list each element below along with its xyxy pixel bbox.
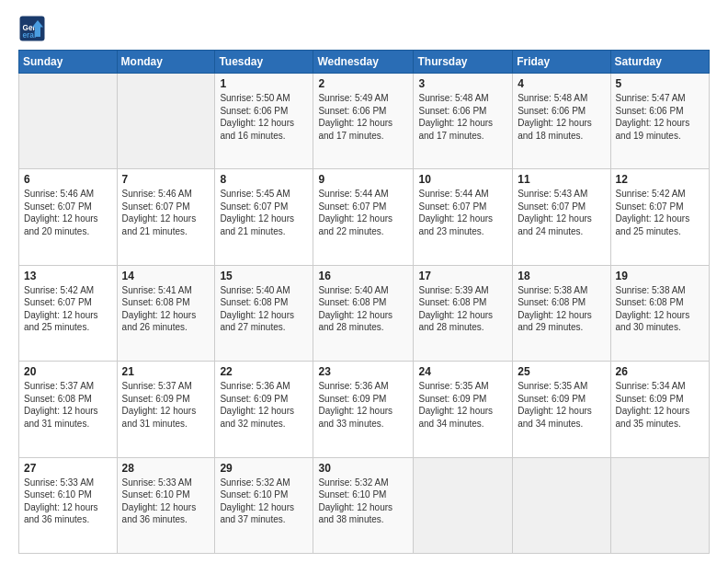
svg-text:eral: eral xyxy=(23,31,37,40)
calendar-cell: 17Sunrise: 5:39 AM Sunset: 6:08 PM Dayli… xyxy=(414,265,513,361)
day-info: Sunrise: 5:40 AM Sunset: 6:08 PM Dayligh… xyxy=(318,284,408,334)
calendar-cell: 1Sunrise: 5:50 AM Sunset: 6:06 PM Daylig… xyxy=(215,74,313,169)
calendar-cell: 2Sunrise: 5:49 AM Sunset: 6:06 PM Daylig… xyxy=(313,74,414,169)
calendar-cell: 20Sunrise: 5:37 AM Sunset: 6:08 PM Dayli… xyxy=(19,362,118,457)
day-info: Sunrise: 5:49 AM Sunset: 6:06 PM Dayligh… xyxy=(318,92,408,142)
calendar-cell: 24Sunrise: 5:35 AM Sunset: 6:09 PM Dayli… xyxy=(414,362,513,457)
calendar-cell: 14Sunrise: 5:41 AM Sunset: 6:08 PM Dayli… xyxy=(117,265,215,361)
day-info: Sunrise: 5:35 AM Sunset: 6:09 PM Dayligh… xyxy=(418,380,507,430)
day-info: Sunrise: 5:44 AM Sunset: 6:07 PM Dayligh… xyxy=(318,188,408,237)
calendar-cell: 3Sunrise: 5:48 AM Sunset: 6:06 PM Daylig… xyxy=(414,74,513,169)
day-number: 13 xyxy=(24,270,112,282)
day-number: 28 xyxy=(122,462,210,475)
day-number: 19 xyxy=(616,270,704,282)
day-number: 6 xyxy=(24,173,112,186)
day-info: Sunrise: 5:50 AM Sunset: 6:06 PM Dayligh… xyxy=(220,92,308,142)
calendar-cell: 8Sunrise: 5:45 AM Sunset: 6:07 PM Daylig… xyxy=(215,169,313,265)
calendar-cell: 7Sunrise: 5:46 AM Sunset: 6:07 PM Daylig… xyxy=(117,169,215,265)
calendar-cell: 5Sunrise: 5:47 AM Sunset: 6:06 PM Daylig… xyxy=(610,74,709,169)
day-info: Sunrise: 5:39 AM Sunset: 6:08 PM Dayligh… xyxy=(418,284,507,334)
day-info: Sunrise: 5:48 AM Sunset: 6:06 PM Dayligh… xyxy=(418,92,507,142)
calendar-cell xyxy=(19,74,118,169)
day-info: Sunrise: 5:40 AM Sunset: 6:08 PM Dayligh… xyxy=(220,284,308,334)
day-info: Sunrise: 5:47 AM Sunset: 6:06 PM Dayligh… xyxy=(616,92,704,142)
day-info: Sunrise: 5:46 AM Sunset: 6:07 PM Dayligh… xyxy=(24,188,112,237)
day-number: 29 xyxy=(220,462,308,475)
day-number: 30 xyxy=(318,462,408,475)
day-info: Sunrise: 5:36 AM Sunset: 6:09 PM Dayligh… xyxy=(318,380,408,430)
day-number: 1 xyxy=(220,77,308,90)
day-number: 27 xyxy=(24,462,112,475)
weekday-header-saturday: Saturday xyxy=(610,51,709,74)
calendar-cell: 30Sunrise: 5:32 AM Sunset: 6:10 PM Dayli… xyxy=(313,457,414,553)
weekday-header-wednesday: Wednesday xyxy=(313,51,414,74)
calendar-table: SundayMondayTuesdayWednesdayThursdayFrid… xyxy=(18,50,710,554)
header: Gen eral xyxy=(18,15,710,42)
day-info: Sunrise: 5:33 AM Sunset: 6:10 PM Dayligh… xyxy=(24,477,112,526)
weekday-header-thursday: Thursday xyxy=(414,51,513,74)
calendar-cell: 16Sunrise: 5:40 AM Sunset: 6:08 PM Dayli… xyxy=(313,265,414,361)
day-number: 22 xyxy=(220,365,308,378)
day-number: 4 xyxy=(518,77,605,90)
day-number: 8 xyxy=(220,173,308,186)
day-number: 25 xyxy=(518,365,605,378)
day-info: Sunrise: 5:46 AM Sunset: 6:07 PM Dayligh… xyxy=(122,188,210,237)
day-number: 2 xyxy=(318,77,408,90)
calendar-cell: 25Sunrise: 5:35 AM Sunset: 6:09 PM Dayli… xyxy=(513,362,610,457)
day-number: 9 xyxy=(318,173,408,186)
calendar-week-1: 1Sunrise: 5:50 AM Sunset: 6:06 PM Daylig… xyxy=(19,74,710,169)
calendar-cell xyxy=(414,457,513,553)
calendar-header-row: SundayMondayTuesdayWednesdayThursdayFrid… xyxy=(19,51,710,74)
day-info: Sunrise: 5:45 AM Sunset: 6:07 PM Dayligh… xyxy=(220,188,308,237)
calendar-cell: 28Sunrise: 5:33 AM Sunset: 6:10 PM Dayli… xyxy=(117,457,215,553)
day-info: Sunrise: 5:42 AM Sunset: 6:07 PM Dayligh… xyxy=(616,188,704,237)
day-number: 23 xyxy=(318,365,408,378)
day-info: Sunrise: 5:36 AM Sunset: 6:09 PM Dayligh… xyxy=(220,380,308,430)
day-number: 11 xyxy=(518,173,605,186)
day-info: Sunrise: 5:33 AM Sunset: 6:10 PM Dayligh… xyxy=(122,477,210,526)
day-info: Sunrise: 5:35 AM Sunset: 6:09 PM Dayligh… xyxy=(518,380,605,430)
calendar-cell: 26Sunrise: 5:34 AM Sunset: 6:09 PM Dayli… xyxy=(610,362,709,457)
calendar-cell: 18Sunrise: 5:38 AM Sunset: 6:08 PM Dayli… xyxy=(513,265,610,361)
day-info: Sunrise: 5:38 AM Sunset: 6:08 PM Dayligh… xyxy=(616,284,704,334)
day-number: 18 xyxy=(518,270,605,282)
calendar-cell: 15Sunrise: 5:40 AM Sunset: 6:08 PM Dayli… xyxy=(215,265,313,361)
day-info: Sunrise: 5:43 AM Sunset: 6:07 PM Dayligh… xyxy=(518,188,605,237)
calendar-cell: 19Sunrise: 5:38 AM Sunset: 6:08 PM Dayli… xyxy=(610,265,709,361)
logo: Gen eral xyxy=(18,15,48,42)
calendar-week-3: 13Sunrise: 5:42 AM Sunset: 6:07 PM Dayli… xyxy=(19,265,710,361)
day-number: 17 xyxy=(418,270,507,282)
day-info: Sunrise: 5:42 AM Sunset: 6:07 PM Dayligh… xyxy=(24,284,112,334)
calendar-cell: 27Sunrise: 5:33 AM Sunset: 6:10 PM Dayli… xyxy=(19,457,118,553)
logo-icon: Gen eral xyxy=(18,15,46,42)
calendar-cell: 22Sunrise: 5:36 AM Sunset: 6:09 PM Dayli… xyxy=(215,362,313,457)
calendar-cell: 11Sunrise: 5:43 AM Sunset: 6:07 PM Dayli… xyxy=(513,169,610,265)
day-number: 21 xyxy=(122,365,210,378)
day-info: Sunrise: 5:41 AM Sunset: 6:08 PM Dayligh… xyxy=(122,284,210,334)
day-number: 26 xyxy=(616,365,704,378)
day-number: 15 xyxy=(220,270,308,282)
calendar-cell: 4Sunrise: 5:48 AM Sunset: 6:06 PM Daylig… xyxy=(513,74,610,169)
calendar-cell: 6Sunrise: 5:46 AM Sunset: 6:07 PM Daylig… xyxy=(19,169,118,265)
calendar-cell xyxy=(117,74,215,169)
calendar-cell: 13Sunrise: 5:42 AM Sunset: 6:07 PM Dayli… xyxy=(19,265,118,361)
day-info: Sunrise: 5:37 AM Sunset: 6:08 PM Dayligh… xyxy=(24,380,112,430)
calendar-week-5: 27Sunrise: 5:33 AM Sunset: 6:10 PM Dayli… xyxy=(19,457,710,553)
calendar-cell: 9Sunrise: 5:44 AM Sunset: 6:07 PM Daylig… xyxy=(313,169,414,265)
day-number: 12 xyxy=(616,173,704,186)
calendar-cell: 29Sunrise: 5:32 AM Sunset: 6:10 PM Dayli… xyxy=(215,457,313,553)
day-info: Sunrise: 5:37 AM Sunset: 6:09 PM Dayligh… xyxy=(122,380,210,430)
day-info: Sunrise: 5:48 AM Sunset: 6:06 PM Dayligh… xyxy=(518,92,605,142)
day-number: 14 xyxy=(122,270,210,282)
day-number: 3 xyxy=(418,77,507,90)
day-number: 20 xyxy=(24,365,112,378)
day-info: Sunrise: 5:32 AM Sunset: 6:10 PM Dayligh… xyxy=(318,477,408,526)
calendar-week-2: 6Sunrise: 5:46 AM Sunset: 6:07 PM Daylig… xyxy=(19,169,710,265)
day-number: 16 xyxy=(318,270,408,282)
day-number: 7 xyxy=(122,173,210,186)
day-number: 10 xyxy=(418,173,507,186)
calendar-cell: 12Sunrise: 5:42 AM Sunset: 6:07 PM Dayli… xyxy=(610,169,709,265)
calendar-cell: 23Sunrise: 5:36 AM Sunset: 6:09 PM Dayli… xyxy=(313,362,414,457)
day-number: 24 xyxy=(418,365,507,378)
day-info: Sunrise: 5:44 AM Sunset: 6:07 PM Dayligh… xyxy=(418,188,507,237)
